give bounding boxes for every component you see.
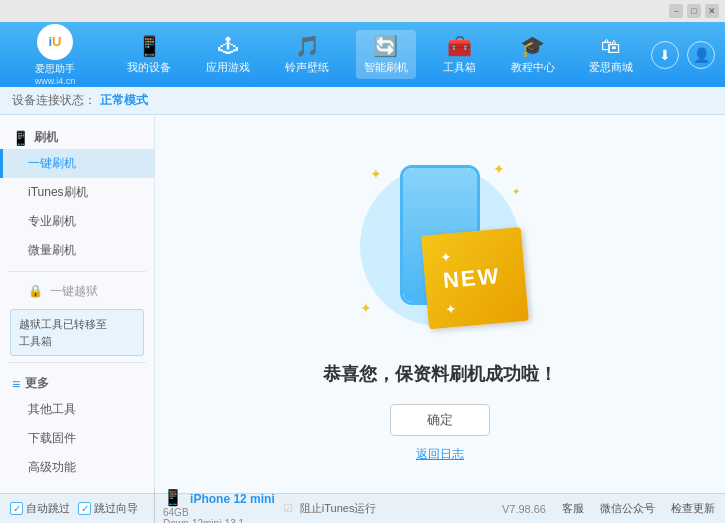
nav-item-ringtones[interactable]: 🎵 铃声壁纸: [277, 30, 337, 79]
nav-item-smart-flash[interactable]: 🔄 智能刷机: [356, 30, 416, 79]
restore-button[interactable]: □: [687, 4, 701, 18]
sidebar-item-one-click-flash[interactable]: 一键刷机: [0, 149, 154, 178]
status-bar: 设备连接状态： 正常模式: [0, 87, 725, 115]
tutorial-icon: 🎓: [520, 34, 545, 58]
checkbox-auto-dismiss-check: ✓: [13, 503, 21, 514]
itunes-status-label: 阻止iTunes运行: [300, 502, 377, 514]
bottom-left: ✓ 自动跳过 ✓ 跳过向导 📱 iPhone 12 mini 64GB Down…: [10, 488, 502, 523]
checkbox-auto-dismiss-label: 自动跳过: [26, 501, 70, 516]
device-name: iPhone 12 mini: [190, 492, 275, 506]
logo-url: www.i4.cn: [35, 76, 76, 86]
itunes-flash-label: iTunes刷机: [28, 185, 88, 199]
sidebar-item-micro-flash[interactable]: 微量刷机: [0, 236, 154, 265]
download-firmware-label: 下载固件: [28, 431, 76, 445]
checkbox-skip-wizard[interactable]: ✓ 跳过向导: [78, 501, 138, 516]
jailbreak-notice: 越狱工具已转移至工具箱: [19, 318, 107, 347]
device-icon: 📱: [137, 34, 162, 58]
status-label: 设备连接状态：: [12, 92, 96, 109]
nav-label-ringtones: 铃声壁纸: [285, 60, 329, 75]
sparkle-3: ✦: [360, 300, 372, 316]
check-update-link[interactable]: 检查更新: [671, 501, 715, 516]
sparkle-4: ✦: [512, 186, 520, 197]
checkbox-skip-wizard-check: ✓: [81, 503, 89, 514]
device-info: 📱 iPhone 12 mini 64GB Down-12mini-13,1: [154, 488, 275, 523]
sidebar: 📱 刷机 一键刷机 iTunes刷机 专业刷机 微量刷机 🔒 一键越狱 越狱工具…: [0, 115, 155, 493]
nav-item-tutorial[interactable]: 🎓 教程中心: [503, 30, 563, 79]
itunes-checkbox-icon: ☑: [283, 502, 293, 514]
itunes-status: ☑ 阻止iTunes运行: [283, 501, 377, 516]
sidebar-item-jailbreak: 🔒 一键越狱: [0, 278, 154, 305]
advanced-label: 高级功能: [28, 460, 76, 474]
other-tools-label: 其他工具: [28, 402, 76, 416]
checkbox-skip-wizard-box[interactable]: ✓: [78, 502, 91, 515]
device-phone-icon: 📱: [163, 489, 183, 506]
toolbox-icon: 🧰: [447, 34, 472, 58]
checkbox-skip-wizard-label: 跳过向导: [94, 501, 138, 516]
apps-icon: 🕹: [218, 35, 238, 58]
sparkle-2: ✦: [493, 161, 505, 177]
sidebar-item-itunes-flash[interactable]: iTunes刷机: [0, 178, 154, 207]
checkbox-auto-dismiss-box[interactable]: ✓: [10, 502, 23, 515]
logo-name: 爱思助手: [35, 62, 75, 76]
sidebar-item-download-firmware[interactable]: 下载固件: [0, 424, 154, 453]
bottom-right: V7.98.66 客服 微信公众号 检查更新: [502, 501, 715, 516]
nav-item-apps-games[interactable]: 🕹 应用游戏: [198, 31, 258, 79]
more-group-icon: ≡: [12, 376, 20, 392]
pro-flash-label: 专业刷机: [28, 214, 76, 228]
nav-label-smart-flash: 智能刷机: [364, 60, 408, 75]
success-text: 恭喜您，保资料刷机成功啦！: [323, 362, 557, 386]
sidebar-item-pro-flash[interactable]: 专业刷机: [0, 207, 154, 236]
nav-item-my-device[interactable]: 📱 我的设备: [119, 30, 179, 79]
device-version: Down-12mini-13,1: [163, 518, 275, 523]
nav-item-toolbox[interactable]: 🧰 工具箱: [435, 30, 484, 79]
logo-icon: i U: [37, 24, 73, 60]
device-storage: 64GB: [163, 507, 275, 518]
user-button[interactable]: 👤: [687, 41, 715, 69]
ringtones-icon: 🎵: [295, 34, 320, 58]
close-button[interactable]: ✕: [705, 4, 719, 18]
download-button[interactable]: ⬇: [651, 41, 679, 69]
wechat-official-link[interactable]: 微信公众号: [600, 501, 655, 516]
logo: i U 爱思助手 www.i4.cn: [10, 24, 100, 86]
return-link[interactable]: 返回日志: [416, 446, 464, 463]
sidebar-divider-2: [8, 362, 146, 363]
confirm-button[interactable]: 确定: [390, 404, 490, 436]
nav-right: ⬇ 👤: [651, 41, 715, 69]
illustration: NEW ✦ ✦ ✦ ✦: [340, 146, 540, 346]
jailbreak-label: 一键越狱: [50, 284, 98, 298]
checkbox-auto-dismiss[interactable]: ✓ 自动跳过: [10, 501, 70, 516]
new-banner: NEW: [421, 227, 529, 329]
sidebar-item-other-tools[interactable]: 其他工具: [0, 395, 154, 424]
nav-label-apps: 应用游戏: [206, 60, 250, 75]
sidebar-divider-1: [8, 271, 146, 272]
flash-group-icon: 📱: [12, 130, 29, 146]
sidebar-group-flash: 📱 刷机: [0, 123, 154, 149]
bottom-bar: ✓ 自动跳过 ✓ 跳过向导 📱 iPhone 12 mini 64GB Down…: [0, 493, 725, 523]
nav-label-tutorial: 教程中心: [511, 60, 555, 75]
more-group-label: 更多: [25, 375, 49, 392]
top-nav: i U 爱思助手 www.i4.cn 📱 我的设备 🕹 应用游戏 🎵 铃声壁纸 …: [0, 22, 725, 87]
flash-group-label: 刷机: [34, 129, 58, 146]
title-bar: － □ ✕: [0, 0, 725, 22]
one-click-flash-label: 一键刷机: [28, 156, 76, 170]
sidebar-notice-jailbreak: 越狱工具已转移至工具箱: [10, 309, 144, 356]
customer-service-link[interactable]: 客服: [562, 501, 584, 516]
nav-label-my-device: 我的设备: [127, 60, 171, 75]
central-area: NEW ✦ ✦ ✦ ✦ 恭喜您，保资料刷机成功啦！ 确定 返回日志: [155, 115, 725, 493]
nav-label-toolbox: 工具箱: [443, 60, 476, 75]
micro-flash-label: 微量刷机: [28, 243, 76, 257]
nav-items: 📱 我的设备 🕹 应用游戏 🎵 铃声壁纸 🔄 智能刷机 🧰 工具箱 🎓 教程中心…: [110, 30, 651, 79]
sidebar-item-advanced[interactable]: 高级功能: [0, 453, 154, 482]
sidebar-group-more: ≡ 更多: [0, 369, 154, 395]
minimize-button[interactable]: －: [669, 4, 683, 18]
main-content: 📱 刷机 一键刷机 iTunes刷机 专业刷机 微量刷机 🔒 一键越狱 越狱工具…: [0, 115, 725, 493]
nav-label-mall: 爱思商城: [589, 60, 633, 75]
status-value: 正常模式: [100, 92, 148, 109]
sparkle-1: ✦: [370, 166, 382, 182]
smart-flash-icon: 🔄: [373, 34, 398, 58]
mall-icon: 🛍: [601, 35, 621, 58]
nav-item-mall[interactable]: 🛍 爱思商城: [581, 31, 641, 79]
version-text: V7.98.66: [502, 503, 546, 515]
